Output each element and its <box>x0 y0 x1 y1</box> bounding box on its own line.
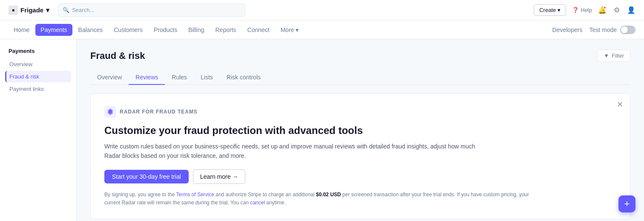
settings-button[interactable]: ⚙ <box>612 6 621 15</box>
help-label: Help <box>581 7 592 13</box>
nav-item-balances[interactable]: Balances <box>73 24 108 36</box>
page-header: Fraud & risk ▼ Filter <box>90 49 630 62</box>
filter-label: Filter <box>612 52 624 59</box>
more-chevron-icon: ▾ <box>296 26 299 33</box>
create-button[interactable]: Create ▾ <box>534 4 566 16</box>
brand-chevron-icon: ▾ <box>46 6 49 14</box>
nav-item-billing[interactable]: Billing <box>183 24 209 36</box>
search-placeholder: Search... <box>72 7 94 13</box>
filter-button[interactable]: ▼ Filter <box>597 49 630 62</box>
nav-item-customers[interactable]: Customers <box>109 24 148 36</box>
filter-icon: ▼ <box>604 52 609 59</box>
radar-icon <box>104 106 116 118</box>
test-mode-label: Test mode <box>589 26 617 33</box>
nav-item-connect[interactable]: Connect <box>242 24 275 36</box>
nav-item-products[interactable]: Products <box>149 24 182 36</box>
footer-cancel-link[interactable]: cancel <box>250 200 265 206</box>
radar-badge-label: RADAR FOR FRAUD TEAMS <box>120 109 198 115</box>
main-layout: Payments Overview Fraud & risk Payment l… <box>0 39 644 221</box>
notification-dot <box>603 6 607 9</box>
nav-item-payments[interactable]: Payments <box>35 24 72 36</box>
toggle-thumb <box>621 26 628 33</box>
sidebar-item-fraud-risk[interactable]: Fraud & risk <box>5 71 71 82</box>
top-navigation: ■ Frigade ▾ 🔍 Search... Create ▾ ❓ Help … <box>0 0 644 20</box>
help-button[interactable]: ❓ Help <box>572 7 592 13</box>
account-button[interactable]: 👤 <box>627 6 635 15</box>
developers-link[interactable]: Developers <box>552 26 583 33</box>
help-icon: ❓ <box>572 7 579 13</box>
fab-button[interactable]: + <box>618 195 635 212</box>
content-area: Fraud & risk ▼ Filter Overview Reviews R… <box>77 39 644 221</box>
sidebar: Payments Overview Fraud & risk Payment l… <box>0 39 77 221</box>
start-trial-button[interactable]: Start your 30-day free trial <box>104 170 189 183</box>
tab-lists[interactable]: Lists <box>194 70 220 85</box>
promo-description: Write custom rules based on your busines… <box>104 142 488 161</box>
secondary-navigation: Home Payments Balances Customers Product… <box>0 20 644 39</box>
footer-tos-link[interactable]: Terms of Service <box>176 192 214 198</box>
primary-nav-items: Home Payments Balances Customers Product… <box>9 24 552 36</box>
sidebar-item-payment-links[interactable]: Payment links <box>5 83 71 95</box>
nav-item-home[interactable]: Home <box>9 24 34 36</box>
promo-actions: Start your 30-day free trial Learn more … <box>104 169 616 184</box>
test-mode-toggle[interactable] <box>620 26 635 34</box>
page-title: Fraud & risk <box>90 50 145 61</box>
search-icon: 🔍 <box>63 7 69 13</box>
create-chevron-icon: ▾ <box>558 7 561 13</box>
nav-actions: Create ▾ ❓ Help 🔔 ⚙ 👤 <box>534 4 635 16</box>
sidebar-title: Payments <box>5 48 71 54</box>
tab-risk-controls[interactable]: Risk controls <box>220 70 267 85</box>
learn-more-button[interactable]: Learn more → <box>193 169 246 184</box>
promo-footer: By signing up, you agree to the Terms of… <box>104 191 530 207</box>
footer-end: anytime. <box>266 200 285 206</box>
tab-rules[interactable]: Rules <box>165 70 194 85</box>
secondary-nav-right: Developers Test mode <box>552 26 635 34</box>
brand-logo[interactable]: ■ Frigade ▾ <box>9 6 49 15</box>
footer-middle: and authorize Stripe to charge an additi… <box>216 192 316 198</box>
radar-badge: RADAR FOR FRAUD TEAMS <box>104 106 616 118</box>
footer-price: $0.02 USD <box>316 192 341 198</box>
nav-item-more[interactable]: More ▾ <box>276 24 304 36</box>
search-bar[interactable]: 🔍 Search... <box>58 3 245 17</box>
close-button[interactable]: ✕ <box>617 101 623 108</box>
test-mode-toggle-group: Test mode <box>589 26 635 34</box>
nav-item-reports[interactable]: Reports <box>210 24 242 36</box>
sidebar-item-overview[interactable]: Overview <box>5 58 71 70</box>
learn-more-label: Learn more <box>200 173 231 180</box>
brand-icon: ■ <box>9 6 18 15</box>
create-label: Create <box>539 7 556 13</box>
promo-card: ✕ RADAR FOR FRAUD TEAMS Customize your f… <box>90 93 630 219</box>
brand-name: Frigade <box>20 6 43 14</box>
tab-overview[interactable]: Overview <box>90 70 129 85</box>
tabs-bar: Overview Reviews Rules Lists Risk contro… <box>90 70 630 85</box>
tab-reviews[interactable]: Reviews <box>129 70 165 85</box>
notifications-button[interactable]: 🔔 <box>598 6 607 15</box>
footer-prefix: By signing up, you agree to the <box>104 192 176 198</box>
promo-title: Customize your fraud protection with adv… <box>104 125 616 137</box>
learn-more-arrow-icon: → <box>232 173 238 180</box>
